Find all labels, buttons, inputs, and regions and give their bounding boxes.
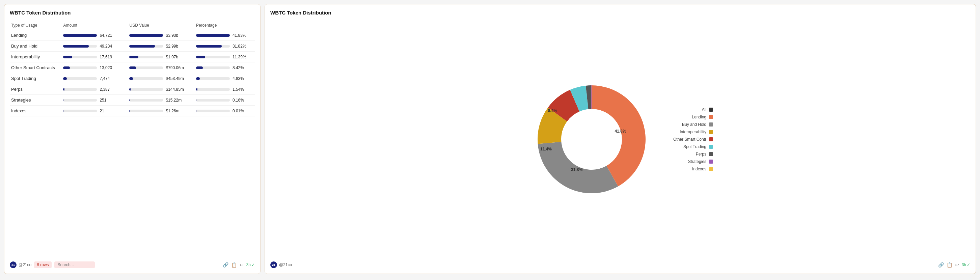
footer-right-right: 🔗 📋 ↩ 3h ✓	[938, 262, 970, 267]
cell-amount: 17,619	[62, 52, 128, 62]
time-badge-left: 3h ✓	[247, 262, 255, 267]
legend-item: Lending	[669, 115, 713, 119]
donut-percent-label: 8.4%	[548, 108, 557, 113]
cell-usd: $1.07b	[128, 52, 194, 62]
left-panel-footer: 21 @21co 8 rows 🔗 📋 ↩ 3h ✓	[10, 258, 255, 268]
cell-usd: $1.26m	[128, 106, 194, 116]
cell-amount: 251	[62, 95, 128, 106]
table-row: Other Smart Contracts 13,020 $790.06m 8.…	[10, 62, 255, 73]
legend-swatch	[709, 159, 713, 164]
legend-swatch	[709, 130, 713, 134]
legend-swatch	[709, 145, 713, 149]
cell-amount: 64,721	[62, 30, 128, 41]
table-row: Interoperability 17,619 $1.07b 11.39%	[10, 52, 255, 62]
copy-icon-right[interactable]: 📋	[947, 262, 952, 267]
table-row: Perps 2,387 $144.85m 1.54%	[10, 84, 255, 95]
cell-type: Other Smart Contracts	[10, 62, 62, 73]
footer-right: 🔗 📋 ↩ 3h ✓	[223, 262, 255, 267]
table-row: Indexes 21 $1.26m 0.01%	[10, 106, 255, 116]
cell-pct: 41.83%	[195, 30, 255, 41]
cell-type: Interoperability	[10, 52, 62, 62]
footer-icons-left: 🔗 📋 ↩	[223, 262, 243, 267]
cell-type: Lending	[10, 30, 62, 41]
cell-pct: 8.42%	[195, 62, 255, 73]
legend-label: Spot Trading	[669, 145, 706, 149]
cell-amount: 13,020	[62, 62, 128, 73]
cell-usd: $15.22m	[128, 95, 194, 106]
cell-pct: 4.83%	[195, 73, 255, 84]
right-panel: WBTC Token Distribution 41.8%31.8%11.4%8…	[264, 4, 976, 274]
legend-label: Strategies	[669, 159, 706, 164]
legend-label: All	[669, 107, 706, 112]
cell-pct: 0.01%	[195, 106, 255, 116]
legend-item: Interoperability	[669, 130, 713, 134]
cell-pct: 1.54%	[195, 84, 255, 95]
legend-item: Indexes	[669, 167, 713, 171]
cell-pct: 11.39%	[195, 52, 255, 62]
col-header-type: Type of Usage	[10, 21, 62, 30]
col-header-amount: Amount	[62, 21, 128, 30]
legend-item: Buy and Hold	[669, 122, 713, 127]
undo-icon[interactable]: ↩	[240, 262, 243, 267]
undo-icon-right[interactable]: ↩	[955, 262, 959, 267]
left-panel-title: WBTC Token Distribution	[10, 10, 255, 16]
footer-left-right: 21 @21co	[270, 261, 292, 268]
chart-area: 41.8%31.8%11.4%8.4% All Lending Buy and …	[270, 21, 970, 258]
cell-pct: 31.82%	[195, 41, 255, 52]
legend-swatch	[709, 167, 713, 171]
cell-pct: 0.16%	[195, 95, 255, 106]
legend-label: Lending	[669, 115, 706, 119]
cell-usd: $2.99b	[128, 41, 194, 52]
cell-type: Strategies	[10, 95, 62, 106]
footer-icons-right: 🔗 📋 ↩	[938, 262, 959, 267]
legend-swatch	[709, 137, 713, 142]
legend-label: Other Smart Contr	[669, 137, 706, 142]
link-icon[interactable]: 🔗	[223, 262, 229, 267]
avatar-left: 21	[10, 261, 16, 268]
author-right: @21co	[279, 262, 292, 267]
donut-chart: 41.8%31.8%11.4%8.4%	[527, 75, 656, 204]
legend-label: Indexes	[669, 167, 706, 171]
table-row: Buy and Hold 49,234 $2.99b 31.82%	[10, 41, 255, 52]
legend-item: All	[669, 107, 713, 112]
cell-type: Buy and Hold	[10, 41, 62, 52]
cell-amount: 2,387	[62, 84, 128, 95]
cell-type: Indexes	[10, 106, 62, 116]
table-row: Spot Trading 7,474 $453.49m 4.83%	[10, 73, 255, 84]
link-icon-right[interactable]: 🔗	[938, 262, 944, 267]
cell-usd: $144.85m	[128, 84, 194, 95]
legend-item: Perps	[669, 152, 713, 156]
left-panel: WBTC Token Distribution Type of Usage Am…	[4, 4, 261, 274]
right-panel-title: WBTC Token Distribution	[270, 10, 970, 16]
rows-badge: 8 rows	[34, 261, 51, 268]
right-panel-footer: 21 @21co 🔗 📋 ↩ 3h ✓	[270, 258, 970, 268]
avatar-right: 21	[270, 261, 277, 268]
col-header-usd: USD Value	[128, 21, 194, 30]
search-input[interactable]	[54, 261, 95, 268]
cell-amount: 21	[62, 106, 128, 116]
legend-item: Other Smart Contr	[669, 137, 713, 142]
legend-label: Interoperability	[669, 130, 706, 134]
legend-swatch	[709, 152, 713, 156]
legend-swatch	[709, 123, 713, 127]
cell-usd: $3.93b	[128, 30, 194, 41]
cell-type: Perps	[10, 84, 62, 95]
copy-icon[interactable]: 📋	[231, 262, 237, 267]
legend-label: Perps	[669, 152, 706, 156]
distribution-table: Type of Usage Amount USD Value Percentag…	[10, 21, 255, 116]
legend-item: Spot Trading	[669, 145, 713, 149]
col-header-pct: Percentage	[195, 21, 255, 30]
legend-label: Buy and Hold	[669, 122, 706, 127]
author-left: @21co	[19, 262, 31, 267]
cell-amount: 49,234	[62, 41, 128, 52]
donut-percent-label: 31.8%	[571, 167, 582, 172]
cell-amount: 7,474	[62, 73, 128, 84]
time-badge-right: 3h ✓	[962, 262, 970, 267]
table-row: Strategies 251 $15.22m 0.16%	[10, 95, 255, 106]
footer-left: 21 @21co	[10, 261, 31, 268]
cell-usd: $453.49m	[128, 73, 194, 84]
legend-item: Strategies	[669, 159, 713, 164]
chart-legend: All Lending Buy and Hold Interoperabilit…	[669, 107, 713, 171]
donut-percent-label: 41.8%	[614, 129, 626, 134]
legend-swatch	[709, 108, 713, 112]
